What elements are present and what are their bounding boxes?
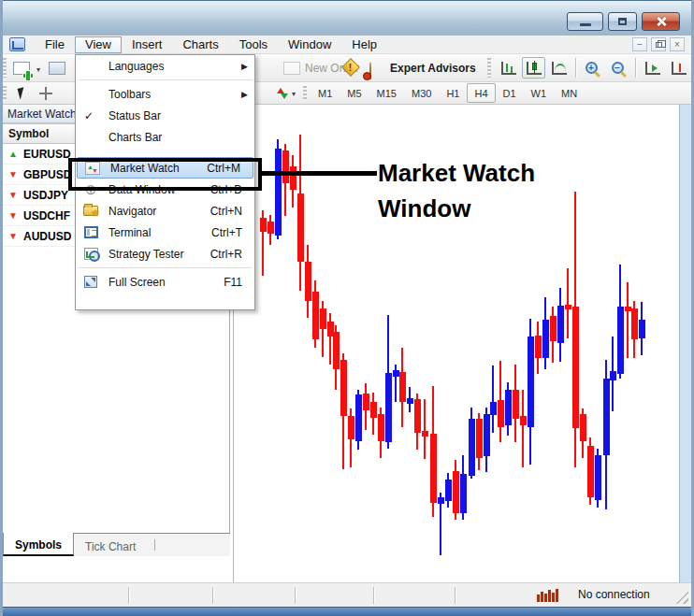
chart-close-button[interactable]: × (670, 37, 685, 51)
menubar-item-insert[interactable]: Insert (122, 36, 173, 53)
candle-body (297, 193, 304, 262)
minimize-button[interactable] (567, 12, 603, 31)
expert-advisors-button[interactable]: Expert Advisors (390, 62, 476, 75)
view-menu-item-toolbars[interactable]: Toolbars▶ (76, 83, 254, 105)
indicators-button[interactable] (270, 83, 294, 103)
new-chart-button[interactable] (9, 57, 33, 79)
candle-body (445, 480, 452, 501)
bar-chart-icon (501, 62, 516, 75)
terminal-icon (81, 224, 100, 240)
navigator-icon: ★ (81, 203, 100, 219)
timeframes-toolbar: M1M5M15M30H1H4D1W1MN (311, 83, 585, 103)
warning-icon[interactable]: ! (344, 61, 357, 74)
menu-item-label: Toolbars (108, 88, 254, 101)
menu-item-label: Charts Bar (108, 131, 254, 144)
candle-body (393, 370, 399, 377)
chart-window-controls: − × (632, 37, 685, 51)
menubar-item-window[interactable]: Window (278, 36, 341, 53)
menubar-item-view[interactable]: View (75, 36, 122, 53)
down-arrow-icon: ▼ (3, 190, 23, 200)
tab-symbols[interactable]: Symbols (3, 533, 74, 556)
view-menu-item-charts-bar[interactable]: Charts Bar (76, 126, 254, 148)
view-menu-item-strategy-tester[interactable]: Strategy TesterCtrl+R (76, 243, 254, 265)
candle-body (528, 337, 534, 427)
candle-body (565, 305, 571, 309)
studies-drag-handle[interactable] (3, 86, 7, 100)
window-bottom-frame (0, 607, 694, 616)
resize-grip[interactable] (675, 591, 688, 604)
charts-toolbar-handle[interactable] (487, 58, 491, 78)
new-chart-dropdown-icon[interactable]: ▾ (36, 65, 40, 74)
menubar-item-file[interactable]: File (35, 36, 75, 53)
profiles-button[interactable] (45, 57, 68, 79)
timeframe-h1-button[interactable]: H1 (439, 83, 467, 103)
down-arrow-icon: ▼ (3, 169, 23, 179)
line-chart-icon (552, 62, 567, 75)
zoom-out-button[interactable]: − (606, 57, 629, 79)
app-logo-icon (9, 37, 25, 51)
bar-chart-button[interactable] (497, 57, 520, 79)
candle-body (260, 218, 267, 232)
toolbar-drag-handle[interactable] (3, 58, 7, 78)
timeframes-drag-handle[interactable] (303, 86, 307, 100)
tab-tick-chart[interactable]: Tick Chart (74, 534, 147, 556)
timeframe-d1-button[interactable]: D1 (496, 83, 524, 103)
candle-body (267, 222, 274, 234)
candle-body (490, 402, 497, 415)
view-menu-item-terminal[interactable]: TerminalCtrl+T (76, 222, 254, 243)
candle-body (282, 150, 289, 183)
candle-body (520, 416, 527, 425)
close-button[interactable] (642, 12, 680, 31)
submenu-arrow-icon: ▶ (241, 62, 248, 71)
candle-body (407, 398, 413, 404)
cursor-button[interactable] (10, 83, 34, 103)
timeframe-w1-button[interactable]: W1 (524, 83, 555, 103)
line-chart-button[interactable] (547, 57, 571, 79)
timeframe-h4-button[interactable]: H4 (467, 83, 495, 103)
candlestick-chart-button[interactable] (522, 57, 545, 79)
candle-body (370, 402, 377, 418)
menu-separator (78, 79, 253, 80)
timeframe-m15-button[interactable]: M15 (369, 83, 404, 103)
menubar-item-help[interactable]: Help (341, 36, 387, 53)
timeframe-m30-button[interactable]: M30 (404, 83, 439, 103)
candle-body (498, 400, 504, 427)
crosshair-button[interactable] (34, 83, 57, 103)
menu-item-label: Full Screen (108, 276, 224, 289)
candle-body (290, 166, 296, 190)
annotation-text: Market Watch Window (378, 155, 535, 226)
timeframe-m1-button[interactable]: M1 (311, 83, 340, 103)
menu-item-label: Terminal (108, 226, 211, 239)
chart-minimize-button[interactable]: − (632, 37, 647, 51)
symbol-name: USDCHF (23, 209, 70, 222)
new-chart-icon (13, 62, 30, 75)
candle-body (625, 307, 631, 311)
chart-restore-button[interactable] (651, 37, 666, 51)
menu-gap (76, 148, 254, 157)
view-menu-item-status-bar[interactable]: ✓Status Bar (76, 105, 254, 126)
view-menu-item-full-screen[interactable]: Full ScreenF11 (76, 271, 254, 293)
timeframe-mn-button[interactable]: MN (554, 83, 585, 103)
candle-body (460, 474, 467, 513)
auto-scroll-icon (645, 62, 660, 75)
menubar-item-charts[interactable]: Charts (172, 36, 228, 53)
annotation-line1: Market Watch (378, 155, 535, 191)
menubar-item-tools[interactable]: Tools (229, 36, 278, 53)
chart-shift-button[interactable] (667, 57, 690, 79)
candle-body (631, 308, 638, 339)
connection-status: No connection (578, 588, 650, 601)
symbol-name: EURUSD (23, 148, 71, 161)
zoom-in-button[interactable]: + (580, 57, 603, 79)
indicators-dropdown-icon[interactable]: ▾ (292, 90, 296, 98)
auto-scroll-button[interactable] (641, 57, 664, 79)
candle-body (603, 379, 610, 455)
title-bar[interactable] (0, 0, 694, 36)
timeframe-m5-button[interactable]: M5 (340, 83, 369, 103)
maximize-button[interactable] (608, 12, 637, 31)
candle-body (305, 262, 311, 301)
candle-body (312, 292, 319, 339)
view-menu-item-languages[interactable]: Languages▶ (76, 55, 254, 77)
menu-item-shortcut: Ctrl+T (211, 226, 254, 239)
close-icon (656, 16, 667, 27)
view-menu-item-navigator[interactable]: ★NavigatorCtrl+N (76, 200, 254, 222)
